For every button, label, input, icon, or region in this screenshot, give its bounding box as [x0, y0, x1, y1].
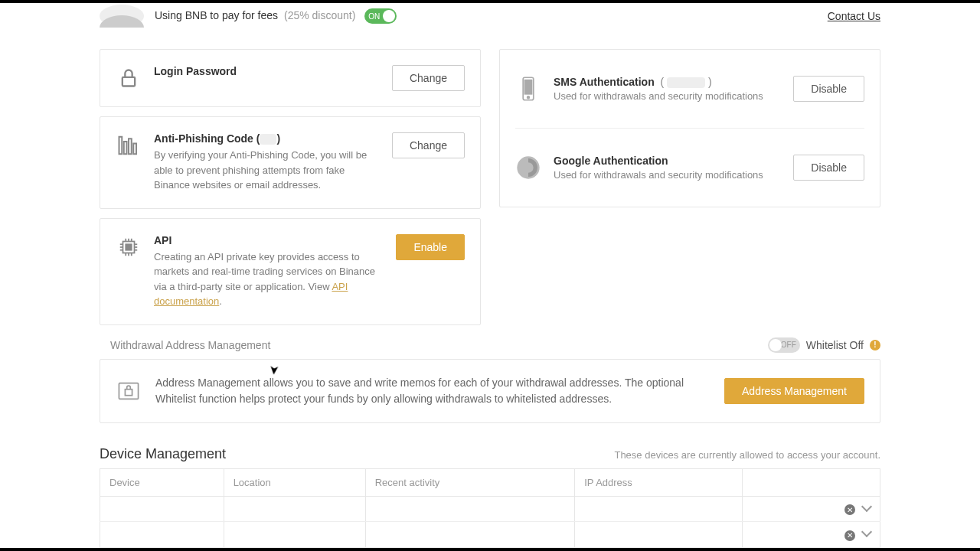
address-management-button[interactable]: Address Management	[724, 378, 864, 404]
table-row: ✕	[100, 522, 880, 548]
google-title: Google Authentication	[554, 155, 781, 167]
col-device: Device	[100, 468, 224, 496]
wam-desc: Address Management allows you to save an…	[155, 375, 710, 407]
login-password-panel: Login Password Change	[100, 49, 481, 107]
svg-rect-20	[524, 80, 531, 94]
auth-panel: SMS Authentication ( ) Used for withdraw…	[499, 49, 880, 207]
anti-phishing-desc: By verifying your Anti-Phishing Code, yo…	[154, 148, 380, 193]
col-ip: IP Address	[575, 468, 743, 496]
masked-phone	[667, 77, 705, 88]
remove-device-icon[interactable]: ✕	[844, 504, 855, 515]
fee-setting: Using BNB to pay for fees (25% discount)…	[155, 8, 397, 24]
sms-auth-item: SMS Authentication ( ) Used for withdraw…	[515, 57, 864, 120]
shield-bars-icon	[116, 132, 142, 158]
avatar	[100, 5, 144, 28]
svg-rect-2	[124, 142, 127, 154]
sms-desc: Used for withdrawals and security modifi…	[554, 90, 781, 102]
google-auth-icon	[515, 155, 541, 181]
svg-rect-24	[125, 390, 132, 396]
device-management-title: Device Management	[100, 446, 226, 462]
device-management-subtitle: These devices are currently allowed to a…	[614, 449, 880, 461]
col-activity: Recent activity	[365, 468, 574, 496]
chevron-down-icon[interactable]	[861, 501, 872, 512]
col-actions	[743, 468, 880, 496]
phone-icon	[515, 76, 541, 102]
disable-sms-button[interactable]: Disable	[793, 76, 864, 102]
api-title: API	[154, 234, 384, 246]
wam-panel: Address Management allows you to save an…	[100, 359, 880, 423]
enable-api-button[interactable]: Enable	[396, 234, 465, 260]
remove-device-icon[interactable]: ✕	[844, 530, 855, 541]
anti-phishing-panel: Anti-Phishing Code () By verifying your …	[100, 116, 481, 209]
contact-us-link[interactable]: Contact Us	[828, 10, 880, 22]
api-panel: API Creating an API private key provides…	[100, 218, 481, 325]
info-icon[interactable]: !	[870, 340, 880, 350]
google-auth-item: Google Authentication Used for withdrawa…	[515, 128, 864, 199]
wam-section-header: Withdrawal Address Management OFF Whitel…	[100, 325, 880, 359]
whitelist-label: Whitelist Off	[806, 339, 864, 351]
sms-title: SMS Authentication ( )	[554, 76, 781, 88]
fee-text: Using BNB to pay for fees	[155, 9, 278, 21]
svg-point-21	[528, 96, 530, 99]
svg-rect-4	[133, 144, 136, 155]
device-table: Device Location Recent activity IP Addre…	[100, 468, 880, 551]
svg-rect-1	[119, 137, 122, 155]
lock-icon	[116, 65, 142, 91]
svg-rect-0	[122, 77, 135, 86]
masked-code	[260, 134, 276, 145]
chip-icon	[116, 234, 142, 260]
google-desc: Used for withdrawals and security modifi…	[554, 169, 781, 181]
col-location: Location	[224, 468, 365, 496]
chevron-down-icon[interactable]	[861, 527, 872, 537]
whitelist-toggle[interactable]: OFF	[768, 337, 800, 353]
svg-rect-6	[126, 244, 132, 250]
bnb-fee-toggle[interactable]: ON	[364, 8, 397, 24]
svg-rect-3	[129, 139, 132, 154]
disable-google-button[interactable]: Disable	[793, 155, 864, 181]
api-desc: Creating an API private key provides acc…	[154, 249, 384, 309]
table-row: ✕	[100, 496, 880, 522]
address-book-icon	[116, 378, 142, 404]
fee-discount: (25% discount)	[284, 9, 355, 21]
change-antiphishing-button[interactable]: Change	[392, 132, 465, 158]
login-password-title: Login Password	[154, 65, 380, 77]
change-password-button[interactable]: Change	[392, 65, 465, 91]
anti-phishing-title: Anti-Phishing Code ()	[154, 132, 380, 145]
